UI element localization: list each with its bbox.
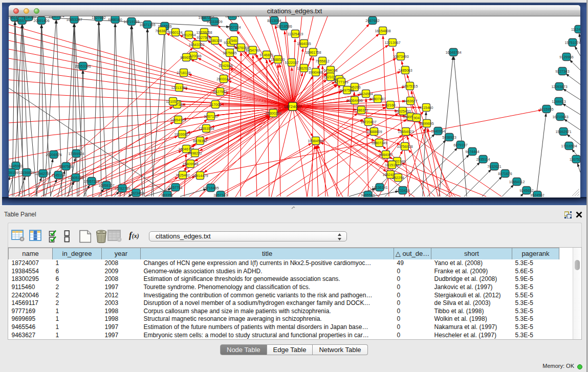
svg-text:12213389: 12213389 xyxy=(171,86,187,90)
svg-text:2803144: 2803144 xyxy=(216,77,230,81)
svg-text:19654923: 19654923 xyxy=(398,130,413,134)
svg-text:9084067: 9084067 xyxy=(379,153,393,157)
svg-text:7357224: 7357224 xyxy=(227,26,241,29)
svg-text:8813074: 8813074 xyxy=(225,16,239,18)
svg-text:7632621: 7632621 xyxy=(487,165,501,168)
svg-text:19384554: 19384554 xyxy=(308,139,323,143)
svg-text:16782759: 16782759 xyxy=(114,187,130,190)
svg-text:9899695: 9899695 xyxy=(420,122,433,125)
svg-text:252254: 252254 xyxy=(392,176,404,180)
svg-text:12923468: 12923468 xyxy=(128,191,144,195)
svg-text:1564035: 1564035 xyxy=(297,42,311,46)
svg-text:16154808: 16154808 xyxy=(375,29,390,33)
svg-text:14136141: 14136141 xyxy=(372,186,387,189)
svg-text:904: 904 xyxy=(413,116,420,120)
svg-text:16961758: 16961758 xyxy=(305,51,321,54)
svg-text:3624554: 3624554 xyxy=(359,92,373,96)
svg-text:18807249: 18807249 xyxy=(371,141,387,145)
svg-text:17016504: 17016504 xyxy=(561,144,577,148)
svg-text:10719155: 10719155 xyxy=(123,20,139,24)
svg-text:6966160: 6966160 xyxy=(108,18,122,21)
svg-text:7663822: 7663822 xyxy=(155,29,169,33)
svg-text:3215955: 3215955 xyxy=(539,107,553,111)
svg-text:8427552: 8427552 xyxy=(213,90,227,94)
svg-text:1733426: 1733426 xyxy=(396,189,409,192)
svg-text:19166827: 19166827 xyxy=(174,133,190,136)
svg-text:11124047: 11124047 xyxy=(571,28,580,31)
svg-text:1445901: 1445901 xyxy=(9,164,23,168)
svg-text:9227343: 9227343 xyxy=(555,70,569,73)
svg-text:1615152: 1615152 xyxy=(385,163,399,167)
svg-text:6794028: 6794028 xyxy=(323,69,337,72)
svg-text:10688609: 10688609 xyxy=(366,130,382,134)
svg-text:12942757: 12942757 xyxy=(35,172,51,176)
svg-text:9242848: 9242848 xyxy=(219,64,232,68)
svg-text:15692971: 15692971 xyxy=(555,130,571,134)
svg-text:10973493: 10973493 xyxy=(393,55,408,58)
svg-text:12975115: 12975115 xyxy=(402,84,418,88)
svg-text:1210573: 1210573 xyxy=(166,100,180,103)
svg-text:15720407: 15720407 xyxy=(360,120,376,124)
svg-text:12093873: 12093873 xyxy=(551,85,567,89)
svg-text:15751074: 15751074 xyxy=(564,41,580,45)
svg-text:17957223: 17957223 xyxy=(83,180,99,183)
svg-text:11325419: 11325419 xyxy=(288,32,303,36)
svg-text:1145194: 1145194 xyxy=(52,173,66,177)
svg-text:20364436: 20364436 xyxy=(346,99,362,102)
svg-text:3875685: 3875685 xyxy=(223,51,236,55)
svg-text:8912954: 8912954 xyxy=(182,33,195,37)
svg-text:1527602: 1527602 xyxy=(92,16,105,19)
svg-text:10756928: 10756928 xyxy=(397,145,412,148)
svg-text:2057343: 2057343 xyxy=(213,193,227,197)
svg-text:5938923: 5938923 xyxy=(442,136,456,139)
svg-text:10807487: 10807487 xyxy=(369,97,385,101)
svg-text:12505135: 12505135 xyxy=(68,176,83,180)
svg-text:9524502: 9524502 xyxy=(530,193,544,197)
svg-text:16543362: 16543362 xyxy=(188,43,204,47)
svg-text:16914479: 16914479 xyxy=(192,174,208,178)
svg-text:9115460: 9115460 xyxy=(420,106,433,110)
svg-text:117006: 117006 xyxy=(210,103,222,106)
svg-text:1167533: 1167533 xyxy=(570,158,580,161)
svg-text:9474444: 9474444 xyxy=(465,150,479,154)
svg-text:18724007: 18724007 xyxy=(284,104,302,109)
svg-text:10853287: 10853287 xyxy=(66,18,82,21)
svg-text:7986372: 7986372 xyxy=(354,108,368,112)
svg-text:8813054: 8813054 xyxy=(267,19,281,23)
svg-text:989651: 989651 xyxy=(180,56,192,59)
svg-text:9245652: 9245652 xyxy=(519,189,533,192)
svg-text:8878352: 8878352 xyxy=(193,139,207,143)
svg-text:12213967: 12213967 xyxy=(384,41,400,45)
svg-text:10654925: 10654925 xyxy=(170,118,186,122)
svg-text:20691406: 20691406 xyxy=(33,19,49,23)
svg-text:1588520: 1588520 xyxy=(271,58,285,61)
svg-text:20206576: 20206576 xyxy=(46,153,61,157)
svg-text:9129966: 9129966 xyxy=(559,55,573,59)
svg-text:11156829: 11156829 xyxy=(19,171,34,174)
svg-text:7955812: 7955812 xyxy=(315,59,329,63)
svg-text:9397586: 9397586 xyxy=(59,165,73,168)
svg-text:16648784: 16648784 xyxy=(445,51,461,54)
svg-text:8454749: 8454749 xyxy=(246,49,259,52)
svg-text:2935114: 2935114 xyxy=(476,158,490,161)
svg-text:8960124: 8960124 xyxy=(168,31,182,34)
svg-text:12353594: 12353594 xyxy=(198,127,214,130)
svg-text:6879197: 6879197 xyxy=(453,143,467,147)
svg-text:1440954: 1440954 xyxy=(431,129,445,133)
svg-text:8990448: 8990448 xyxy=(309,71,322,74)
svg-text:62160: 62160 xyxy=(385,103,396,107)
svg-text:20053346: 20053346 xyxy=(75,64,91,68)
svg-text:9463627: 9463627 xyxy=(403,99,417,103)
svg-text:10654112: 10654112 xyxy=(509,180,525,184)
svg-text:7625402: 7625402 xyxy=(176,173,189,177)
svg-text:2718126: 2718126 xyxy=(177,71,190,75)
svg-text:5498222: 5498222 xyxy=(188,151,202,155)
svg-text:8186328: 8186328 xyxy=(208,39,222,42)
svg-text:9457791: 9457791 xyxy=(168,186,182,189)
svg-text:546: 546 xyxy=(231,39,237,42)
svg-text:3267130: 3267130 xyxy=(204,115,217,118)
svg-text:9777169: 9777169 xyxy=(334,80,348,84)
svg-text:15716485: 15716485 xyxy=(203,186,219,190)
svg-text:16210643: 16210643 xyxy=(552,115,568,119)
svg-text:9146821: 9146821 xyxy=(259,53,273,57)
